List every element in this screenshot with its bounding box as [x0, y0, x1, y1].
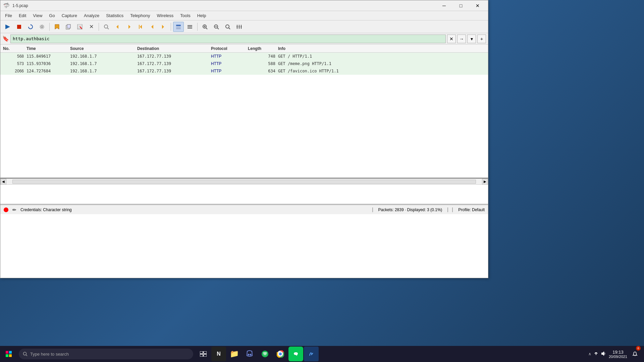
status-packets: Packets: 2839 · Displayed: 3 (0.1%): [372, 207, 448, 212]
task-view-button[interactable]: [196, 347, 211, 361]
menu-telephony[interactable]: Telephony: [127, 12, 153, 19]
table-row[interactable]: 573 115.937036 192.168.1.7 167.172.77.13…: [0, 60, 488, 67]
close-button[interactable]: ✕: [470, 0, 485, 11]
align-icon[interactable]: [184, 22, 195, 32]
discord-app[interactable]: [242, 347, 257, 361]
open-icon[interactable]: [2, 22, 13, 32]
forward-icon[interactable]: [124, 22, 135, 32]
prev-icon[interactable]: [147, 22, 157, 32]
svg-rect-1: [17, 25, 21, 29]
svg-point-4: [40, 25, 44, 29]
list-view-icon[interactable]: [173, 22, 184, 32]
packet-dst-1: 167.172.77.139: [136, 54, 210, 59]
first-icon[interactable]: [135, 22, 146, 32]
svg-line-46: [26, 355, 28, 356]
taskbar-chevron-icon[interactable]: ∧: [588, 352, 591, 356]
wireshark-taskbar-app[interactable]: [304, 347, 319, 361]
menu-tools[interactable]: Tools: [177, 12, 194, 19]
col-header-length[interactable]: Length: [247, 46, 277, 51]
svg-point-51: [248, 354, 250, 356]
title-bar-title: 1-5.pcap: [12, 3, 28, 8]
menu-file[interactable]: File: [2, 12, 15, 19]
maximize-button[interactable]: □: [453, 0, 469, 11]
menu-bar: File Edit View Go Capture Analyze Statis…: [0, 11, 488, 20]
bookmark-icon[interactable]: [52, 22, 62, 32]
chrome-app[interactable]: [273, 347, 288, 361]
close-find-icon[interactable]: ✕: [86, 22, 97, 32]
taskbar-apps: N 📁: [196, 347, 319, 361]
menu-help[interactable]: Help: [194, 12, 210, 19]
filter-apply-button[interactable]: →: [457, 35, 466, 43]
notion-app[interactable]: N: [211, 347, 226, 361]
packet-info-1: GET / HTTP/1.1: [277, 54, 487, 59]
svg-rect-20: [176, 25, 181, 26]
col-header-destination[interactable]: Destination: [136, 46, 210, 51]
taskbar-search-placeholder: Type here to search: [30, 352, 69, 357]
files-app[interactable]: 📁: [227, 347, 241, 361]
svg-marker-19: [162, 25, 164, 29]
svg-point-45: [23, 352, 26, 355]
edit-icon[interactable]: ✏: [12, 207, 16, 213]
filter-clear-button[interactable]: ✕: [447, 35, 456, 43]
menu-capture[interactable]: Capture: [58, 12, 80, 19]
menu-view[interactable]: View: [30, 12, 46, 19]
taskbar-date: 20/09/2021: [609, 355, 627, 359]
col-header-source[interactable]: Source: [69, 46, 136, 51]
svg-line-34: [229, 28, 230, 29]
status-bar: ✏ Credentials: Character string Packets:…: [0, 205, 488, 214]
zoom-out-icon[interactable]: [211, 22, 222, 32]
filter-dropdown-button[interactable]: ▾: [467, 35, 476, 43]
taskbar-search-bar[interactable]: Type here to search: [19, 349, 193, 359]
menu-go[interactable]: Go: [46, 12, 58, 19]
col-header-info[interactable]: Info: [277, 46, 487, 51]
menu-statistics[interactable]: Statistics: [103, 12, 127, 19]
packet-info-3: GET /favicon.ico HTTP/1.1: [277, 69, 487, 73]
copy-icon[interactable]: [63, 22, 74, 32]
filter-input[interactable]: [10, 35, 446, 43]
taskbar-clock: 19:13: [609, 350, 627, 355]
back-icon[interactable]: [112, 22, 123, 32]
table-row[interactable]: 2066 124.727684 192.168.1.7 167.172.77.1…: [0, 67, 488, 75]
svg-line-31: [217, 28, 219, 29]
hscroll-right-arrow[interactable]: ▶: [482, 179, 488, 185]
menu-wireless[interactable]: Wireless: [153, 12, 177, 19]
resize-columns-icon[interactable]: [234, 22, 245, 32]
taskbar-right: ∧ 19:13 20/09/2021 6: [584, 347, 644, 361]
search-icon[interactable]: [101, 22, 112, 32]
filter-add-button[interactable]: +: [477, 35, 486, 43]
separator-3: [171, 23, 171, 31]
app-icon: 🦈: [3, 2, 10, 9]
col-header-time[interactable]: Time: [25, 46, 69, 51]
network-icon[interactable]: [593, 351, 599, 357]
svg-point-55: [279, 353, 282, 355]
packet-header: No. Time Source Destination Protocol Len…: [0, 45, 488, 53]
menu-analyze[interactable]: Analyze: [80, 12, 103, 19]
hscroll-left-arrow[interactable]: ◀: [0, 179, 6, 185]
packet-len-2: 588: [247, 61, 277, 66]
packet-proto-1: HTTP: [210, 54, 247, 59]
settings-icon[interactable]: [37, 22, 47, 32]
minimize-button[interactable]: ─: [436, 0, 452, 11]
svg-rect-43: [6, 354, 8, 357]
filter-bookmark-icon[interactable]: 🔖: [2, 36, 9, 42]
hscroll-track[interactable]: [12, 180, 476, 184]
zoom-in-icon[interactable]: [200, 22, 210, 32]
table-row[interactable]: 568 115.849617 192.168.1.7 167.172.77.13…: [0, 53, 488, 60]
restart-icon[interactable]: [25, 22, 36, 32]
svg-rect-48: [204, 351, 207, 354]
stop-icon[interactable]: [14, 22, 24, 32]
taskbar-datetime[interactable]: 19:13 20/09/2021: [609, 350, 627, 359]
notification-center[interactable]: 6: [630, 347, 640, 361]
col-header-no[interactable]: No.: [2, 46, 25, 51]
find-packet-icon[interactable]: [74, 22, 85, 32]
zoom-reset-icon[interactable]: [222, 22, 233, 32]
svg-line-27: [206, 28, 207, 29]
col-header-protocol[interactable]: Protocol: [210, 46, 247, 51]
audio-icon[interactable]: [601, 351, 606, 357]
spotify-app[interactable]: [258, 347, 272, 361]
packet-no-1: 568: [2, 54, 25, 59]
next-icon[interactable]: [158, 22, 169, 32]
menu-edit[interactable]: Edit: [15, 12, 30, 19]
start-button[interactable]: [0, 346, 17, 362]
line-app[interactable]: [288, 347, 303, 361]
